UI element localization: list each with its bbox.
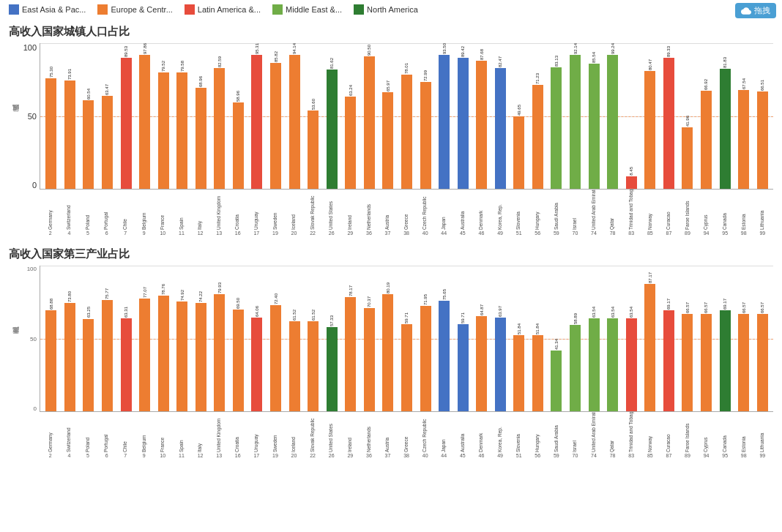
country-name-label: Slovak Republic xyxy=(310,412,316,452)
bar-value-label: 67.54 xyxy=(742,78,746,89)
bar-group: 79.93 xyxy=(210,266,229,411)
bar-value-label: 70.37 xyxy=(367,296,371,307)
bar-rect xyxy=(64,303,75,411)
x-label-cell: Sweden19 xyxy=(266,412,285,458)
bar-value-label: 66.57 xyxy=(704,302,708,313)
country-index: 13 xyxy=(216,453,222,458)
bar-value-label: 69.17 xyxy=(723,299,727,310)
country-index: 26 xyxy=(329,453,335,458)
bar-value-label: 79.52 xyxy=(161,61,165,72)
x-label-cell: Norway85 xyxy=(641,190,660,236)
x-label-cell: Korea, Rep.49 xyxy=(491,190,510,236)
country-name-label: Qatar xyxy=(610,190,615,230)
bar-group: 66.57 xyxy=(734,266,753,411)
country-name-label: United Arab Emirates xyxy=(592,190,597,230)
country-index: 56 xyxy=(535,453,540,458)
legend-item: Middle East &... xyxy=(272,4,342,15)
x-label-cell: Portugal6 xyxy=(97,412,116,458)
bar-rect xyxy=(738,90,749,189)
x-label-cell: Australia45 xyxy=(453,412,472,458)
legend-item: Latin America &... xyxy=(185,4,261,15)
bar-rect xyxy=(251,55,262,189)
chart1-title: 高收入国家城镇人口占比 xyxy=(9,25,773,39)
bar-rect xyxy=(589,318,600,411)
x-label-cell: Croatia16 xyxy=(228,190,247,236)
bar-group: 41.34 xyxy=(547,266,566,411)
bar-rect xyxy=(495,68,506,189)
bar-group: 66.57 xyxy=(697,266,716,411)
legend-item: North America xyxy=(354,4,418,15)
bar-rect xyxy=(476,61,487,189)
x-label-cell: Poland5 xyxy=(78,412,97,458)
x-label-cell: Croatia16 xyxy=(228,412,247,458)
x-label-cell: Iceland20 xyxy=(285,190,304,236)
chart2-title: 高收入国家第三产业占比 xyxy=(9,247,773,261)
bar-group: 74.92 xyxy=(173,266,192,411)
country-index: 17 xyxy=(253,453,259,458)
legend-color xyxy=(272,4,283,15)
bar-rect xyxy=(757,314,768,411)
bar-group: 78.17 xyxy=(341,266,360,411)
country-index: 49 xyxy=(497,231,503,236)
bar-rect xyxy=(45,310,56,411)
country-name-label: Faroe Islands xyxy=(685,190,690,230)
bar-rect xyxy=(364,56,375,189)
bar-value-label: 66.57 xyxy=(760,302,764,313)
bar-group: 59.71 xyxy=(398,266,417,411)
bar-rect xyxy=(345,97,356,189)
country-name-label: Poland xyxy=(86,190,91,230)
country-name-label: Czech Republic xyxy=(422,412,428,452)
country-name-label: Korea, Rep. xyxy=(498,412,503,452)
country-index: 5 xyxy=(86,453,89,458)
bar-rect xyxy=(682,314,693,411)
country-name-label: Czech Republic xyxy=(422,190,428,230)
x-label-cell: Czech Republic40 xyxy=(416,190,435,236)
bar-rect xyxy=(158,296,169,411)
bar-rect xyxy=(551,351,562,411)
country-index: 16 xyxy=(235,453,241,458)
bar-rect xyxy=(401,75,412,189)
bar-rect xyxy=(233,310,244,411)
bar-rect xyxy=(233,102,244,189)
bar-group: 74.22 xyxy=(192,266,211,411)
x-label-cell: Japan44 xyxy=(434,412,453,458)
country-name-label: Chile xyxy=(123,190,128,230)
country-name-label: Switzerland xyxy=(67,412,72,452)
country-index: 7 xyxy=(124,231,127,236)
cloud-button[interactable]: 拖拽 xyxy=(735,3,776,18)
bar-value-label: 78.01 xyxy=(404,63,409,74)
x-label-cell: Cyprus94 xyxy=(697,190,716,236)
bar-group: 63.24 xyxy=(341,43,360,189)
bar-rect xyxy=(45,78,56,189)
bar-value-label: 77.07 xyxy=(143,287,147,298)
bar-value-label: 80.47 xyxy=(648,59,652,70)
bar-value-label: 66.57 xyxy=(742,302,746,313)
country-name-label: Austria xyxy=(385,190,390,230)
bar-value-label: 79.58 xyxy=(180,61,185,72)
bar-rect xyxy=(83,319,94,412)
country-name-label: Germany xyxy=(48,412,53,452)
x-label-cell: Austria37 xyxy=(379,412,398,458)
bar-value-label: 82.47 xyxy=(498,56,502,67)
bar-rect xyxy=(476,316,487,411)
bar-rect xyxy=(270,305,281,411)
bar-rect xyxy=(439,301,450,411)
bar-rect xyxy=(308,110,319,189)
bar-rect xyxy=(570,55,581,189)
bar-group: 78.76 xyxy=(154,266,173,411)
bar-rect xyxy=(738,314,749,411)
country-name-label: Israel xyxy=(573,412,578,452)
x-label-cell: France10 xyxy=(154,190,173,236)
country-name-label: Canada xyxy=(723,412,728,452)
bar-rect xyxy=(439,55,450,189)
bar-rect xyxy=(196,88,206,189)
bar-group: 57.33 xyxy=(322,266,341,411)
country-index: 4 xyxy=(67,453,70,458)
country-name-label: Saudi Arabia xyxy=(554,412,559,452)
legend: East Asia & Pac... Europe & Centr... Lat… xyxy=(0,0,782,19)
country-index: 94 xyxy=(704,453,710,458)
bar-value-label: 63.24 xyxy=(349,85,353,96)
country-name-label: Spain xyxy=(179,190,185,230)
x-label-cell: Saudi Arabia59 xyxy=(547,190,566,236)
country-name-label: United States xyxy=(329,412,334,452)
